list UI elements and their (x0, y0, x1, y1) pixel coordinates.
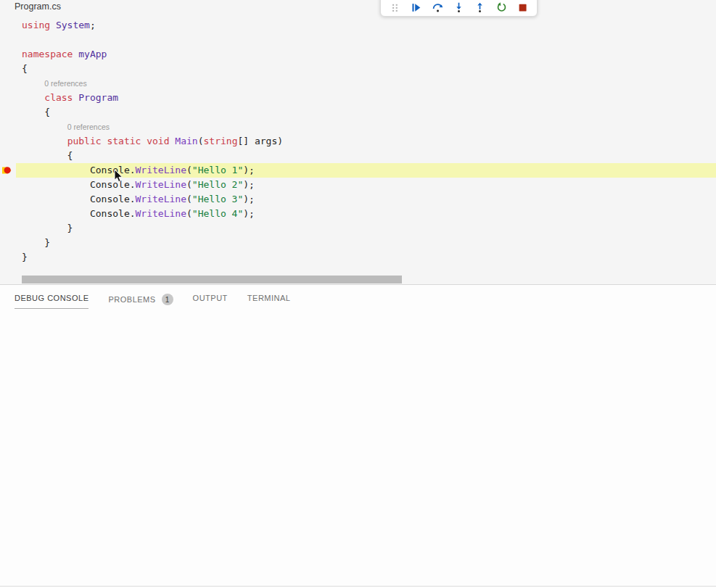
drag-handle-icon (390, 2, 400, 13)
code-token: ( (198, 136, 204, 146)
horizontal-scrollbar-track (0, 274, 716, 284)
code-token: "Hello 3" (192, 194, 243, 204)
code-line-text: Console.WriteLine("Hello 1"); (0, 163, 716, 178)
editor-region: Program.cs using System;namespace myApp{… (0, 0, 716, 284)
code-token: WriteLine (136, 179, 186, 190)
code-line-text: { (0, 149, 716, 163)
code-line-text: Console.WriteLine("Hello 2"); (0, 178, 716, 192)
code-token: { (22, 63, 28, 74)
code-line-text: using System; (0, 18, 716, 33)
code-line-text: class Program (0, 91, 716, 105)
code-line[interactable]: } (0, 236, 716, 250)
code-line[interactable]: Console.WriteLine("Hello 2"); (0, 178, 716, 192)
toolbar-drag-handle[interactable] (389, 1, 401, 14)
stop-icon (517, 2, 528, 13)
code-token (50, 20, 56, 30)
code-line-text: namespace myApp (0, 47, 716, 62)
vscode-window: Program.cs using System;namespace myApp{… (0, 0, 716, 588)
code-token: Main (175, 136, 197, 146)
code-token: myApp (78, 49, 107, 59)
panel-tab-label: TERMINAL (247, 294, 291, 303)
code-token: "Hello 4" (192, 208, 243, 219)
code-line[interactable]: Console.WriteLine("Hello 3"); (0, 192, 716, 207)
codelens-references-label[interactable]: 0 references (0, 120, 716, 134)
code-line[interactable]: Console.WriteLine("Hello 1"); (0, 163, 716, 178)
code-line[interactable]: { (0, 149, 716, 163)
code-line[interactable]: } (0, 250, 716, 265)
panel-tab-terminal[interactable]: TERMINAL (247, 294, 291, 308)
continue-icon (411, 2, 421, 13)
code-token: WriteLine (136, 194, 186, 204)
codelens-row[interactable]: 0 references (0, 120, 716, 134)
code-line-text: } (0, 221, 716, 236)
step-out-button[interactable] (474, 1, 486, 14)
horizontal-scrollbar-thumb[interactable] (22, 276, 402, 283)
bottom-panel: DEBUG CONSOLEPROBLEMS1OUTPUTTERMINAL (0, 285, 716, 588)
code-line[interactable]: public static void Main(string[] args) (0, 134, 716, 149)
code-line[interactable]: Console.WriteLine("Hello 4"); (0, 207, 716, 221)
code-token: public (67, 136, 102, 146)
panel-tab-problems[interactable]: PROBLEMS1 (108, 294, 173, 310)
code-line[interactable]: using System; (0, 18, 716, 33)
panel-tabs: DEBUG CONSOLEPROBLEMS1OUTPUTTERMINAL (0, 285, 716, 310)
code-token: } (22, 223, 73, 233)
code-line-text: public static void Main(string[] args) (0, 134, 716, 149)
code-token: class (44, 92, 73, 103)
code-token: ); (243, 208, 255, 219)
window-bottom-border (0, 586, 716, 587)
step-into-icon (453, 2, 464, 13)
restart-icon (496, 2, 507, 13)
code-token: ( (186, 208, 192, 219)
step-over-icon (432, 2, 443, 13)
code-line[interactable]: } (0, 221, 716, 236)
panel-tab-label: DEBUG CONSOLE (15, 294, 89, 303)
step-over-button[interactable] (432, 1, 444, 14)
code-token: void (147, 136, 169, 146)
code-token: ; (90, 20, 96, 30)
code-line[interactable]: class Program (0, 91, 716, 105)
stop-button[interactable] (517, 1, 529, 14)
code-token: static (107, 136, 141, 146)
panel-tab-label: OUTPUT (193, 294, 228, 303)
code-line-text: { (0, 62, 716, 76)
code-token: Console. (22, 194, 136, 204)
code-token: ( (186, 194, 192, 204)
code-token: { (22, 107, 50, 117)
panel-tab-debug-console[interactable]: DEBUG CONSOLE (15, 294, 89, 309)
code-token: ); (243, 179, 255, 190)
code-token: using (22, 20, 50, 30)
restart-button[interactable] (495, 1, 508, 14)
editor-tab-title[interactable]: Program.cs (15, 1, 61, 12)
code-token: namespace (22, 49, 73, 59)
code-token: ( (186, 165, 192, 175)
code-token: Console. (22, 179, 136, 190)
continue-button[interactable] (410, 1, 422, 14)
code-line[interactable]: { (0, 62, 716, 76)
breakpoint-current-line-icon[interactable] (1, 165, 12, 175)
code-token: { (22, 150, 73, 161)
step-into-button[interactable] (453, 1, 465, 14)
code-token: } (22, 237, 50, 248)
code-token: Console. (22, 165, 136, 175)
code-area[interactable]: using System;namespace myApp{0 reference… (0, 18, 716, 265)
code-line[interactable] (0, 33, 716, 47)
code-token: WriteLine (136, 208, 186, 219)
code-token: "Hello 1" (192, 165, 243, 175)
debug-toolbar (380, 0, 538, 17)
code-line-text: Console.WriteLine("Hello 3"); (0, 192, 716, 207)
step-out-icon (474, 2, 485, 13)
code-token: System (56, 20, 90, 30)
code-token: Program (78, 92, 118, 103)
panel-tab-label: PROBLEMS (108, 295, 155, 305)
code-token: ); (243, 165, 255, 175)
problems-count-badge: 1 (162, 294, 173, 305)
panel-tab-output[interactable]: OUTPUT (193, 294, 228, 308)
code-line[interactable]: namespace myApp (0, 47, 716, 62)
codelens-row[interactable]: 0 references (0, 76, 716, 91)
code-token (22, 92, 44, 103)
code-line-text: { (0, 105, 716, 120)
code-line-text: } (0, 236, 716, 250)
code-line-text: } (0, 250, 716, 265)
codelens-references-label[interactable]: 0 references (0, 76, 716, 91)
code-line[interactable]: { (0, 105, 716, 120)
